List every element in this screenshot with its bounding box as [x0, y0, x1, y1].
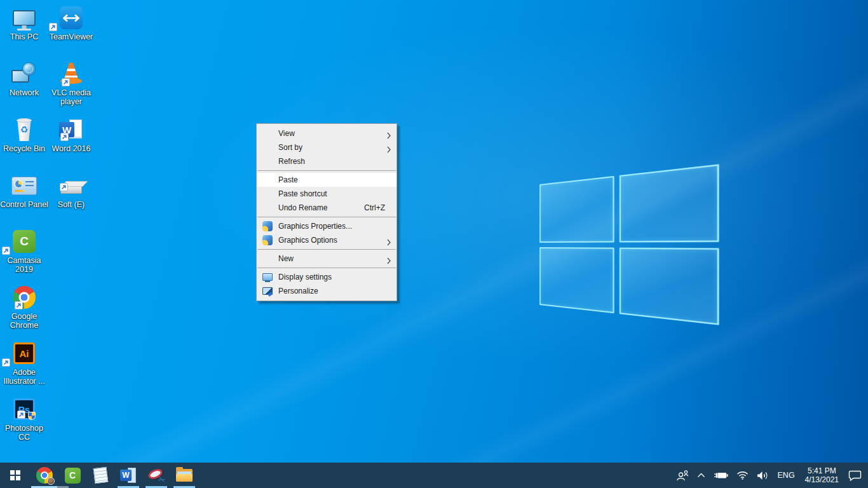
desktop-context-menu: View Sort by Refresh Paste Paste shortcu…: [256, 123, 397, 301]
menu-separator: [257, 217, 396, 217]
icon-label: Photoshop CC: [0, 424, 48, 442]
icon-label: Recycle Bin: [0, 144, 48, 153]
start-button[interactable]: [0, 463, 31, 488]
notepad-icon: [93, 467, 108, 484]
desktop-icon-soft-e[interactable]: Soft (E): [47, 173, 95, 209]
clock[interactable]: 5:41 PM 4/13/2021: [803, 466, 841, 484]
photoshop-icon: Ps: [13, 398, 35, 420]
network-icon: [11, 62, 37, 85]
word-icon: W: [120, 468, 137, 483]
icon-label: Network: [0, 88, 48, 97]
menu-item-personalize[interactable]: Personalize: [257, 284, 397, 298]
windows-start-icon: [10, 470, 20, 480]
shortcut-arrow-icon: [60, 183, 68, 191]
menu-separator: [257, 268, 396, 268]
personalize-icon: [262, 287, 273, 295]
desktop-icon-recycle-bin[interactable]: ♻ Recycle Bin: [0, 117, 48, 153]
menu-separator: [257, 249, 396, 250]
drive-icon: [60, 186, 82, 194]
icon-label: TeamViewer: [47, 32, 95, 41]
recycle-bin-icon: ♻: [15, 118, 33, 141]
illustrator-icon: Ai: [13, 342, 35, 364]
control-panel-icon: [11, 177, 37, 195]
windows-logo-pane: [619, 164, 719, 242]
desktop-icon-adobe-illustrator[interactable]: Ai Adobe Illustrator ...: [0, 341, 48, 386]
menu-item-graphics-properties[interactable]: Graphics Properties...: [257, 219, 397, 233]
vlc-icon: [60, 62, 83, 86]
wifi-icon[interactable]: [735, 470, 750, 481]
menu-item-graphics-options[interactable]: Graphics Options: [257, 233, 397, 247]
battery-icon[interactable]: [712, 470, 729, 481]
system-tray: ENG 5:41 PM 4/13/2021: [675, 463, 868, 488]
wallpaper-light-ray: [0, 0, 868, 463]
menu-item-new[interactable]: New: [257, 252, 397, 266]
menu-item-display-settings[interactable]: Display settings: [257, 270, 397, 284]
shortcut-arrow-icon: [60, 133, 69, 141]
chrome-icon: [36, 467, 53, 484]
this-pc-icon: [13, 10, 36, 26]
people-icon[interactable]: [675, 469, 690, 482]
chevron-right-icon: [387, 236, 391, 250]
action-center-icon[interactable]: [847, 469, 863, 482]
icon-label: Soft (E): [47, 200, 95, 209]
desktop-icon-this-pc[interactable]: This PC: [0, 5, 48, 41]
menu-item-view[interactable]: View: [257, 126, 397, 140]
chrome-icon: [13, 286, 36, 309]
wallpaper-light-ray: [0, 0, 868, 463]
icon-label: Camtasia 2019: [0, 256, 48, 274]
desktop-icon-vlc[interactable]: VLC media player: [47, 61, 95, 106]
shortcut-arrow-icon: [2, 247, 10, 255]
teamviewer-icon: [60, 6, 83, 29]
icon-label: Google Chrome: [0, 312, 48, 330]
desktop-icon-photoshop[interactable]: Ps Photoshop CC: [0, 396, 48, 442]
taskbar-app-snipping-tool[interactable]: ✂: [142, 463, 170, 488]
word-icon: W: [58, 119, 84, 140]
shortcut-arrow-icon: [49, 23, 57, 31]
icon-label: VLC media player: [47, 88, 95, 106]
desktop-wallpaper: This PC Network ♻ Recycle Bin Control Pa…: [0, 0, 868, 463]
menu-item-sort-by[interactable]: Sort by: [257, 140, 397, 154]
taskbar-app-camtasia[interactable]: C: [58, 463, 86, 488]
clock-date: 4/13/2021: [805, 475, 839, 484]
desktop-icon-camtasia[interactable]: C Camtasia 2019: [0, 229, 48, 274]
profile-avatar: [47, 477, 55, 485]
snipping-tool-icon: ✂: [147, 467, 165, 484]
menu-item-undo-rename[interactable]: Undo Rename Ctrl+Z: [257, 201, 397, 215]
taskbar-app-file-explorer[interactable]: [170, 463, 198, 488]
taskbar-app-chrome[interactable]: [31, 463, 58, 488]
desktop-icon-teamviewer[interactable]: TeamViewer: [47, 5, 95, 41]
desktop-icon-network[interactable]: Network: [0, 61, 48, 97]
menu-item-refresh[interactable]: Refresh: [257, 154, 397, 168]
windows-logo-pane: [539, 247, 614, 314]
uac-shield-icon: [28, 412, 36, 420]
language-indicator[interactable]: ENG: [776, 471, 797, 480]
windows-logo-pane: [619, 247, 719, 325]
intel-graphics-icon: [262, 221, 273, 231]
windows-logo-pane: [539, 176, 614, 243]
file-explorer-icon: [176, 469, 193, 482]
keyboard-shortcut: Ctrl+Z: [364, 201, 385, 215]
windows-logo: [539, 164, 719, 325]
clock-time: 5:41 PM: [805, 466, 839, 475]
menu-separator: [257, 170, 396, 171]
icon-label: Word 2016: [47, 144, 95, 153]
desktop-icon-word[interactable]: W Word 2016: [47, 117, 95, 153]
shortcut-arrow-icon: [62, 78, 70, 86]
intel-graphics-icon: [262, 235, 273, 245]
taskbar-app-notepad[interactable]: [86, 463, 114, 488]
icon-label: This PC: [0, 32, 48, 41]
shortcut-arrow-icon: [15, 301, 23, 309]
desktop-icon-control-panel[interactable]: Control Panel: [0, 173, 48, 209]
volume-icon[interactable]: [756, 470, 770, 482]
menu-item-paste-shortcut[interactable]: Paste shortcut: [257, 187, 397, 201]
shortcut-arrow-icon: [17, 410, 25, 419]
desktop-icon-google-chrome[interactable]: Google Chrome: [0, 285, 48, 330]
shortcut-arrow-icon: [2, 358, 10, 367]
display-icon: [262, 273, 273, 281]
taskbar-app-word[interactable]: W: [114, 463, 142, 488]
menu-item-paste[interactable]: Paste: [257, 173, 397, 187]
icon-label: Control Panel: [0, 200, 48, 209]
camtasia-icon: C: [13, 230, 36, 253]
chevron-right-icon: [387, 255, 391, 269]
hidden-icons-chevron-icon[interactable]: [696, 471, 707, 479]
